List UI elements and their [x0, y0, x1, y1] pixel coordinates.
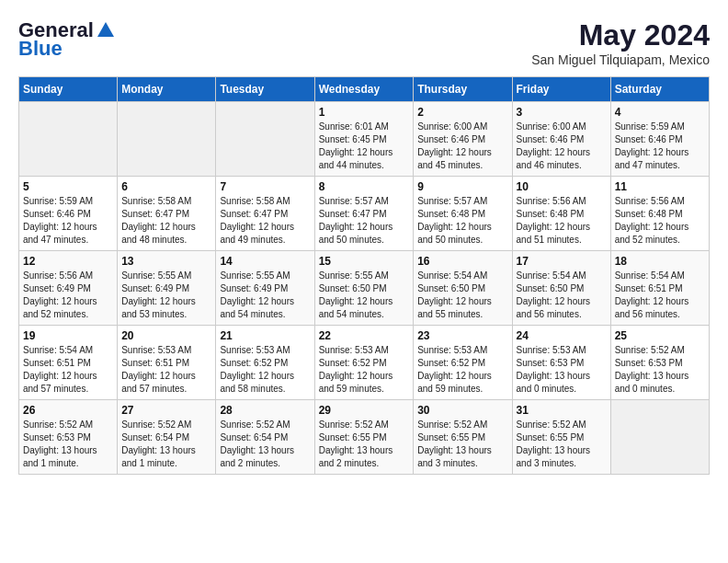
day-number: 23 [417, 329, 507, 342]
day-info: Sunrise: 5:52 AM Sunset: 6:55 PM Dayligh… [319, 419, 410, 470]
calendar-cell: 18Sunrise: 5:54 AM Sunset: 6:51 PM Dayli… [610, 251, 709, 326]
day-number: 18 [615, 255, 705, 268]
day-info: Sunrise: 5:55 AM Sunset: 6:49 PM Dayligh… [220, 270, 310, 321]
day-number: 31 [517, 404, 607, 417]
day-info: Sunrise: 5:54 AM Sunset: 6:51 PM Dayligh… [615, 270, 705, 321]
calendar-cell: 9Sunrise: 5:57 AM Sunset: 6:48 PM Daylig… [414, 177, 512, 251]
day-info: Sunrise: 5:56 AM Sunset: 6:49 PM Dayligh… [23, 270, 113, 321]
calendar-header-row: SundayMondayTuesdayWednesdayThursdayFrid… [19, 77, 710, 102]
col-header-saturday: Saturday [610, 77, 709, 102]
page-header: General Blue May 2024 San Miguel Tilquia… [18, 18, 710, 67]
day-number: 5 [23, 180, 113, 193]
day-number: 6 [121, 180, 211, 193]
col-header-friday: Friday [512, 77, 610, 102]
day-info: Sunrise: 5:56 AM Sunset: 6:48 PM Dayligh… [517, 195, 607, 247]
day-number: 3 [517, 106, 607, 119]
day-number: 29 [319, 404, 410, 417]
calendar-cell: 31Sunrise: 5:52 AM Sunset: 6:55 PM Dayli… [512, 400, 610, 475]
day-number: 13 [121, 255, 211, 268]
day-number: 12 [23, 255, 113, 268]
day-info: Sunrise: 6:00 AM Sunset: 6:46 PM Dayligh… [417, 121, 507, 172]
day-info: Sunrise: 5:52 AM Sunset: 6:55 PM Dayligh… [517, 419, 607, 470]
day-number: 15 [319, 255, 410, 268]
calendar-cell: 14Sunrise: 5:55 AM Sunset: 6:49 PM Dayli… [216, 251, 314, 326]
day-info: Sunrise: 5:52 AM Sunset: 6:54 PM Dayligh… [121, 419, 211, 470]
calendar-cell: 12Sunrise: 5:56 AM Sunset: 6:49 PM Dayli… [19, 251, 118, 326]
day-info: Sunrise: 5:59 AM Sunset: 6:46 PM Dayligh… [615, 121, 705, 172]
day-info: Sunrise: 5:59 AM Sunset: 6:46 PM Dayligh… [23, 195, 113, 247]
calendar-cell: 17Sunrise: 5:54 AM Sunset: 6:50 PM Dayli… [512, 251, 610, 326]
day-info: Sunrise: 6:01 AM Sunset: 6:45 PM Dayligh… [319, 121, 410, 172]
calendar-cell: 10Sunrise: 5:56 AM Sunset: 6:48 PM Dayli… [512, 177, 610, 251]
calendar-cell: 28Sunrise: 5:52 AM Sunset: 6:54 PM Dayli… [216, 400, 314, 475]
day-info: Sunrise: 5:52 AM Sunset: 6:55 PM Dayligh… [417, 419, 507, 470]
calendar-cell: 29Sunrise: 5:52 AM Sunset: 6:55 PM Dayli… [314, 400, 414, 475]
day-number: 30 [417, 404, 507, 417]
calendar-title: May 2024 [531, 18, 710, 52]
calendar-subtitle: San Miguel Tilquiapam, Mexico [531, 52, 710, 67]
calendar-cell: 2Sunrise: 6:00 AM Sunset: 6:46 PM Daylig… [414, 102, 512, 177]
svg-marker-0 [97, 22, 114, 37]
day-info: Sunrise: 5:55 AM Sunset: 6:50 PM Dayligh… [319, 270, 410, 321]
calendar-cell: 13Sunrise: 5:55 AM Sunset: 6:49 PM Dayli… [118, 251, 216, 326]
day-info: Sunrise: 5:52 AM Sunset: 6:53 PM Dayligh… [23, 419, 113, 470]
day-info: Sunrise: 5:56 AM Sunset: 6:48 PM Dayligh… [615, 195, 705, 247]
day-info: Sunrise: 5:54 AM Sunset: 6:50 PM Dayligh… [517, 270, 607, 321]
calendar-cell [216, 102, 314, 177]
day-number: 9 [417, 180, 507, 193]
day-number: 27 [121, 404, 211, 417]
day-info: Sunrise: 5:58 AM Sunset: 6:47 PM Dayligh… [220, 195, 310, 247]
day-number: 4 [615, 106, 705, 119]
day-number: 11 [615, 180, 705, 193]
logo-blue-text: Blue [18, 37, 63, 61]
day-number: 8 [319, 180, 410, 193]
calendar-cell [118, 102, 216, 177]
calendar-week-row: 12Sunrise: 5:56 AM Sunset: 6:49 PM Dayli… [19, 251, 710, 326]
day-info: Sunrise: 5:55 AM Sunset: 6:49 PM Dayligh… [121, 270, 211, 321]
calendar-cell: 16Sunrise: 5:54 AM Sunset: 6:50 PM Dayli… [414, 251, 512, 326]
day-number: 2 [417, 106, 507, 119]
day-number: 28 [220, 404, 310, 417]
calendar-cell: 30Sunrise: 5:52 AM Sunset: 6:55 PM Dayli… [414, 400, 512, 475]
col-header-wednesday: Wednesday [314, 77, 414, 102]
day-info: Sunrise: 5:54 AM Sunset: 6:51 PM Dayligh… [23, 344, 113, 396]
day-number: 10 [517, 180, 607, 193]
calendar-week-row: 19Sunrise: 5:54 AM Sunset: 6:51 PM Dayli… [19, 326, 710, 400]
day-number: 25 [615, 329, 705, 342]
calendar-cell: 22Sunrise: 5:53 AM Sunset: 6:52 PM Dayli… [314, 326, 414, 400]
day-info: Sunrise: 5:54 AM Sunset: 6:50 PM Dayligh… [417, 270, 507, 321]
calendar-cell: 27Sunrise: 5:52 AM Sunset: 6:54 PM Dayli… [118, 400, 216, 475]
day-info: Sunrise: 5:57 AM Sunset: 6:47 PM Dayligh… [319, 195, 410, 247]
calendar-week-row: 1Sunrise: 6:01 AM Sunset: 6:45 PM Daylig… [19, 102, 710, 177]
day-number: 24 [517, 329, 607, 342]
day-number: 17 [517, 255, 607, 268]
calendar-cell: 1Sunrise: 6:01 AM Sunset: 6:45 PM Daylig… [314, 102, 414, 177]
day-number: 20 [121, 329, 211, 342]
day-info: Sunrise: 5:57 AM Sunset: 6:48 PM Dayligh… [417, 195, 507, 247]
calendar-cell [19, 102, 118, 177]
day-info: Sunrise: 5:53 AM Sunset: 6:51 PM Dayligh… [121, 344, 211, 396]
calendar-cell: 23Sunrise: 5:53 AM Sunset: 6:52 PM Dayli… [414, 326, 512, 400]
col-header-thursday: Thursday [414, 77, 512, 102]
calendar-cell [610, 400, 709, 475]
calendar-cell: 5Sunrise: 5:59 AM Sunset: 6:46 PM Daylig… [19, 177, 118, 251]
calendar-cell: 21Sunrise: 5:53 AM Sunset: 6:52 PM Dayli… [216, 326, 314, 400]
day-info: Sunrise: 5:53 AM Sunset: 6:52 PM Dayligh… [319, 344, 410, 396]
day-number: 14 [220, 255, 310, 268]
calendar-cell: 8Sunrise: 5:57 AM Sunset: 6:47 PM Daylig… [314, 177, 414, 251]
day-number: 1 [319, 106, 410, 119]
day-info: Sunrise: 5:58 AM Sunset: 6:47 PM Dayligh… [121, 195, 211, 247]
day-info: Sunrise: 5:53 AM Sunset: 6:52 PM Dayligh… [220, 344, 310, 396]
calendar-cell: 24Sunrise: 5:53 AM Sunset: 6:53 PM Dayli… [512, 326, 610, 400]
logo: General Blue [18, 18, 116, 61]
calendar-cell: 6Sunrise: 5:58 AM Sunset: 6:47 PM Daylig… [118, 177, 216, 251]
day-number: 21 [220, 329, 310, 342]
col-header-monday: Monday [118, 77, 216, 102]
calendar-cell: 4Sunrise: 5:59 AM Sunset: 6:46 PM Daylig… [610, 102, 709, 177]
calendar-week-row: 5Sunrise: 5:59 AM Sunset: 6:46 PM Daylig… [19, 177, 710, 251]
calendar-cell: 11Sunrise: 5:56 AM Sunset: 6:48 PM Dayli… [610, 177, 709, 251]
calendar-cell: 25Sunrise: 5:52 AM Sunset: 6:53 PM Dayli… [610, 326, 709, 400]
day-number: 26 [23, 404, 113, 417]
calendar-cell: 20Sunrise: 5:53 AM Sunset: 6:51 PM Dayli… [118, 326, 216, 400]
day-number: 19 [23, 329, 113, 342]
